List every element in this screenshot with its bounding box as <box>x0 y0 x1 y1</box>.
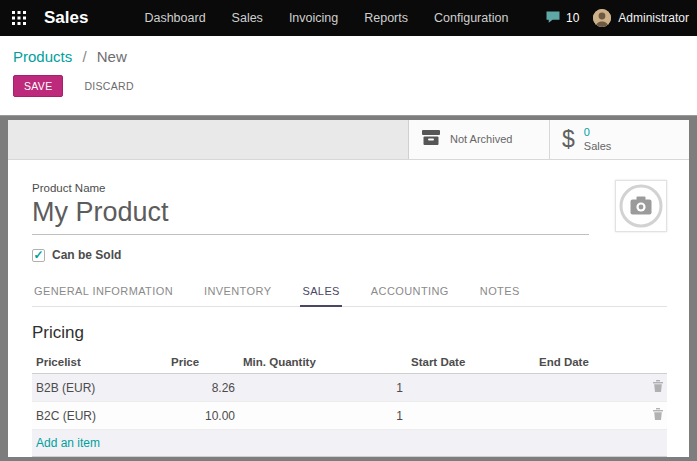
sales-stat-count: 0 <box>584 126 612 140</box>
topbar: Sales Dashboard Sales Invoicing Reports … <box>0 0 697 36</box>
nav-dashboard[interactable]: Dashboard <box>144 11 205 25</box>
cell-pricelist[interactable]: B2B (EUR) <box>32 374 167 402</box>
product-image-placeholder[interactable] <box>615 180 667 232</box>
can-be-sold-label: Can be Sold <box>52 248 121 262</box>
breadcrumb-products-link[interactable]: Products <box>13 48 72 65</box>
cell-price[interactable]: 10.00 <box>167 402 239 430</box>
sales-stat-label: Sales <box>584 140 612 153</box>
product-name-label: Product Name <box>32 182 667 194</box>
cell-start-date[interactable] <box>407 402 535 430</box>
nav-sales[interactable]: Sales <box>232 11 263 25</box>
tab-notes[interactable]: NOTES <box>478 279 522 306</box>
can-be-sold-checkbox[interactable]: ✓ Can be Sold <box>32 248 667 262</box>
col-pricelist: Pricelist <box>32 351 167 374</box>
save-button[interactable]: SAVE <box>13 75 63 97</box>
sales-stat-text: 0 Sales <box>584 126 612 153</box>
pricing-table: Pricelist Price Min. Quantity Start Date… <box>32 351 667 457</box>
apps-menu-icon[interactable] <box>12 10 28 26</box>
breadcrumb-separator: / <box>82 48 86 65</box>
sheet-header-strip: Not Archived $ 0 Sales <box>8 120 689 160</box>
sheet-body: Product Name My Product ✓ Can be Sold GE… <box>8 160 689 457</box>
messages-indicator[interactable]: 10 <box>545 10 579 27</box>
archive-stat-button[interactable]: Not Archived <box>409 120 549 159</box>
app-window: Sales Dashboard Sales Invoicing Reports … <box>0 0 697 461</box>
form-workspace: Not Archived $ 0 Sales <box>0 115 697 461</box>
tab-inventory[interactable]: INVENTORY <box>202 279 273 306</box>
product-form-sheet: Not Archived $ 0 Sales <box>8 120 689 457</box>
dollar-icon: $ <box>562 126 575 153</box>
col-min-quantity: Min. Quantity <box>239 351 407 374</box>
top-nav: Dashboard Sales Invoicing Reports Config… <box>144 11 508 25</box>
messages-count: 10 <box>566 11 579 25</box>
col-price: Price <box>167 351 239 374</box>
pricing-table-header: Pricelist Price Min. Quantity Start Date… <box>32 351 667 374</box>
tab-sales[interactable]: SALES <box>300 279 341 307</box>
sales-stat-button[interactable]: $ 0 Sales <box>549 120 689 159</box>
avatar <box>593 9 611 27</box>
tab-general-information[interactable]: GENERAL INFORMATION <box>32 279 175 306</box>
breadcrumb-current: New <box>97 48 127 65</box>
breadcrumb: Products / New <box>0 36 697 69</box>
add-an-item-link[interactable]: Add an item <box>36 436 100 450</box>
delete-row-icon[interactable] <box>653 380 663 392</box>
stat-button-box: Not Archived $ 0 Sales <box>408 120 689 159</box>
user-menu[interactable]: Administrator <box>593 9 689 27</box>
tab-accounting[interactable]: ACCOUNTING <box>369 279 451 306</box>
camera-icon <box>618 183 664 229</box>
table-row[interactable]: B2B (EUR) 8.26 1 <box>32 374 667 402</box>
cell-end-date[interactable] <box>535 374 647 402</box>
grid-icon <box>12 11 26 25</box>
form-actions: SAVE DISCARD <box>0 69 697 115</box>
product-name-input[interactable]: My Product <box>32 194 589 235</box>
delete-row-icon[interactable] <box>653 408 663 420</box>
cell-pricelist[interactable]: B2C (EUR) <box>32 402 167 430</box>
col-start-date: Start Date <box>407 351 535 374</box>
checkbox-check-icon: ✓ <box>32 249 45 262</box>
cell-min-quantity[interactable]: 1 <box>239 402 407 430</box>
pricing-section-title: Pricing <box>32 323 667 343</box>
col-delete <box>647 351 667 374</box>
cell-start-date[interactable] <box>407 374 535 402</box>
col-end-date: End Date <box>535 351 647 374</box>
cell-end-date[interactable] <box>535 402 647 430</box>
topbar-right: 10 Administrator <box>545 9 689 27</box>
table-row[interactable]: B2C (EUR) 10.00 1 <box>32 402 667 430</box>
nav-reports[interactable]: Reports <box>364 11 408 25</box>
notebook-tabs: GENERAL INFORMATION INVENTORY SALES ACCO… <box>32 279 667 307</box>
user-name: Administrator <box>618 11 689 25</box>
nav-configuration[interactable]: Configuration <box>434 11 508 25</box>
archive-stat-label: Not Archived <box>450 133 512 146</box>
archive-icon <box>421 129 441 150</box>
cell-min-quantity[interactable]: 1 <box>239 374 407 402</box>
chat-icon <box>545 10 561 27</box>
cell-price[interactable]: 8.26 <box>167 374 239 402</box>
app-title: Sales <box>44 8 88 28</box>
discard-button[interactable]: DISCARD <box>75 75 142 97</box>
nav-invoicing[interactable]: Invoicing <box>289 11 338 25</box>
add-item-row: Add an item <box>32 430 667 457</box>
